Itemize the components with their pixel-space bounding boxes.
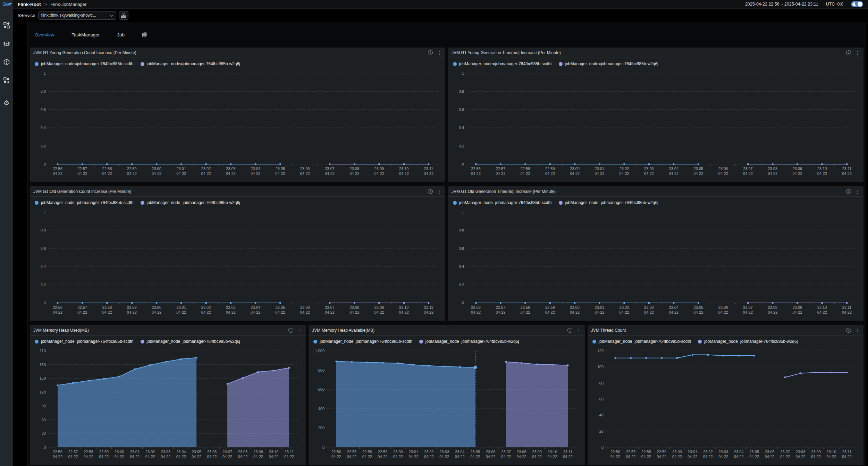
tab-taskmanager[interactable]: TaskManager bbox=[71, 32, 100, 37]
svg-text:23:00: 23:00 bbox=[570, 305, 580, 310]
svg-text:04-22: 04-22 bbox=[644, 171, 654, 176]
legend-item[interactable]: jobManager_node=jobmanager-764fbc985b-w2… bbox=[141, 339, 240, 344]
logo-crescent-icon bbox=[9, 0, 12, 6]
chart-canvas[interactable]: 02040608010012022:5604-2222:5704-2222:58… bbox=[588, 346, 863, 463]
legend-item[interactable]: jobManager_node=jobmanager-764fbc985b-w2… bbox=[419, 339, 519, 344]
tab-job[interactable]: Job bbox=[117, 32, 125, 37]
legend-item[interactable]: jobManager_node=jobmanager-764fbc985b-w2… bbox=[559, 200, 658, 205]
svg-text:04-22: 04-22 bbox=[471, 171, 481, 176]
svg-text:04-22: 04-22 bbox=[349, 171, 359, 176]
legend-item[interactable]: jobManager_node=jobmanager-764fbc985b-sc… bbox=[453, 61, 552, 66]
legend-item[interactable]: jobManager_node=jobmanager-764fbc985b-w2… bbox=[698, 339, 798, 344]
legend-label: jobManager_node=jobmanager-764fbc985b-w2… bbox=[704, 339, 798, 344]
chart-canvas[interactable]: 00.20.40.60.8122:5604-2222:5704-2222:580… bbox=[448, 68, 863, 180]
kebab-menu-icon[interactable]: ⋮ bbox=[437, 189, 442, 194]
chart-legend: jobManager_node=jobmanager-764fbc985b-sc… bbox=[30, 197, 445, 207]
alerting-icon[interactable] bbox=[3, 59, 10, 66]
chart-title: JVM G1 Old Generation Time(ms) Increase … bbox=[452, 189, 556, 194]
theme-toggle[interactable] bbox=[851, 1, 863, 7]
skywalking-logo[interactable]: Sw bbox=[3, 1, 10, 9]
svg-text:04-22: 04-22 bbox=[743, 310, 753, 314]
toggle-knob bbox=[858, 2, 862, 7]
legend-item[interactable]: jobManager_node=jobmanager-764fbc985b-sc… bbox=[35, 200, 134, 205]
svg-text:04-22: 04-22 bbox=[669, 310, 679, 314]
chart-panel: JVM G1 Old Generation Count Increase (Pe… bbox=[30, 186, 445, 321]
legend-item[interactable]: jobManager_node=jobmanager-764fbc985b-sc… bbox=[592, 339, 691, 344]
svg-text:23:07: 23:07 bbox=[325, 167, 335, 171]
info-icon[interactable]: i bbox=[288, 328, 293, 333]
chart-canvas[interactable]: 00.20.40.60.8122:5604-2222:5704-2222:580… bbox=[30, 68, 445, 180]
svg-text:23:03: 23:03 bbox=[226, 167, 236, 171]
settings-gear-icon[interactable]: ⚙ bbox=[3, 100, 10, 107]
svg-text:23:02: 23:02 bbox=[201, 167, 211, 171]
legend-dot-icon bbox=[698, 340, 702, 344]
chart-canvas[interactable]: 00.20.40.60.8122:5604-2222:5704-2222:580… bbox=[30, 207, 445, 319]
svg-text:04-22: 04-22 bbox=[251, 171, 260, 176]
chart-legend: jobManager_node=jobmanager-764fbc985b-sc… bbox=[588, 336, 863, 346]
new-dashboard-icon[interactable] bbox=[3, 77, 10, 84]
time-range-picker[interactable]: 2025-04-22 22:56 ~ 2025-04-22 23:11 bbox=[745, 2, 818, 7]
kebab-menu-icon[interactable]: ⋮ bbox=[437, 50, 442, 55]
kebab-menu-icon[interactable]: ⋮ bbox=[855, 189, 860, 194]
svg-text:23:06: 23:06 bbox=[718, 305, 728, 310]
svg-text:04-22: 04-22 bbox=[275, 171, 285, 176]
info-icon[interactable]: i bbox=[567, 328, 572, 333]
info-icon[interactable]: i bbox=[846, 50, 851, 55]
svg-text:04-22: 04-22 bbox=[620, 171, 629, 176]
breadcrumb-root[interactable]: Flink-Root bbox=[18, 2, 41, 7]
legend-item[interactable]: jobManager_node=jobmanager-764fbc985b-sc… bbox=[453, 200, 552, 205]
svg-text:04-22: 04-22 bbox=[325, 171, 335, 176]
service-variable-label: $Service bbox=[18, 13, 35, 18]
legend-item[interactable]: jobManager_node=jobmanager-764fbc985b-w2… bbox=[141, 200, 240, 205]
topology-icon bbox=[121, 12, 126, 18]
service-select[interactable]: flink::flink.skywalking-showc... bbox=[38, 11, 116, 20]
legend-item[interactable]: jobManager_node=jobmanager-764fbc985b-w2… bbox=[559, 61, 658, 66]
svg-text:04-22: 04-22 bbox=[496, 171, 505, 176]
topology-button[interactable] bbox=[119, 11, 128, 20]
svg-text:23:09: 23:09 bbox=[793, 167, 802, 171]
kebab-menu-icon[interactable]: ⋮ bbox=[297, 328, 302, 333]
svg-text:04-22: 04-22 bbox=[409, 455, 419, 459]
svg-text:04-22: 04-22 bbox=[842, 455, 852, 459]
legend-item[interactable]: jobManager_node=jobmanager-764fbc985b-sc… bbox=[35, 339, 134, 344]
svg-text:23:02: 23:02 bbox=[424, 450, 434, 454]
svg-text:1,000: 1,000 bbox=[315, 349, 325, 353]
marketplace-chip-icon[interactable] bbox=[3, 40, 10, 47]
legend-item[interactable]: jobManager_node=jobmanager-764fbc985b-w2… bbox=[141, 61, 240, 66]
svg-text:23:09: 23:09 bbox=[253, 450, 263, 454]
tab-overview[interactable]: Overview bbox=[35, 32, 54, 37]
svg-text:60: 60 bbox=[42, 418, 46, 422]
chart-canvas[interactable]: 02004006008001,00022:5604-2222:5704-2222… bbox=[309, 346, 584, 463]
svg-text:04-22: 04-22 bbox=[424, 310, 433, 314]
svg-text:22:57: 22:57 bbox=[347, 450, 357, 454]
kebab-menu-icon[interactable]: ⋮ bbox=[855, 50, 860, 55]
svg-text:04-22: 04-22 bbox=[115, 455, 124, 459]
moon-icon bbox=[852, 2, 856, 8]
chart-panel: JVM Memory Heap Used(MB)i⋮jobManager_nod… bbox=[30, 325, 306, 465]
chart-canvas[interactable]: 030609012015018021022:5604-2222:5704-222… bbox=[30, 346, 306, 463]
svg-text:22:56: 22:56 bbox=[610, 450, 620, 454]
dashboard-icon[interactable] bbox=[3, 22, 10, 29]
kebab-menu-icon[interactable]: ⋮ bbox=[576, 328, 581, 333]
legend-dot-icon bbox=[313, 340, 317, 344]
info-icon[interactable]: i bbox=[428, 50, 433, 55]
copy-dashboard-icon[interactable] bbox=[142, 32, 147, 37]
svg-text:04-22: 04-22 bbox=[743, 171, 753, 176]
svg-text:0: 0 bbox=[44, 445, 46, 449]
svg-text:04-22: 04-22 bbox=[300, 310, 310, 314]
kebab-menu-icon[interactable]: ⋮ bbox=[855, 328, 860, 333]
svg-text:22:57: 22:57 bbox=[626, 450, 635, 454]
svg-text:04-22: 04-22 bbox=[399, 171, 409, 176]
legend-item[interactable]: jobManager_node=jobmanager-764fbc985b-sc… bbox=[313, 339, 412, 344]
legend-label: jobManager_node=jobmanager-764fbc985b-w2… bbox=[565, 200, 658, 205]
chart-canvas[interactable]: 00.20.40.60.8122:5604-2222:5704-2222:580… bbox=[448, 207, 863, 319]
svg-text:22:59: 22:59 bbox=[657, 450, 666, 454]
legend-dot-icon bbox=[141, 62, 144, 66]
info-icon[interactable]: i bbox=[846, 189, 851, 194]
chart-title: JVM G1 Young Generation Count Increase (… bbox=[33, 50, 136, 55]
svg-text:04-22: 04-22 bbox=[718, 171, 728, 176]
legend-item[interactable]: jobManager_node=jobmanager-764fbc985b-sc… bbox=[35, 61, 134, 66]
info-icon[interactable]: i bbox=[846, 328, 851, 333]
svg-text:600: 600 bbox=[318, 387, 325, 391]
info-icon[interactable]: i bbox=[428, 189, 433, 194]
